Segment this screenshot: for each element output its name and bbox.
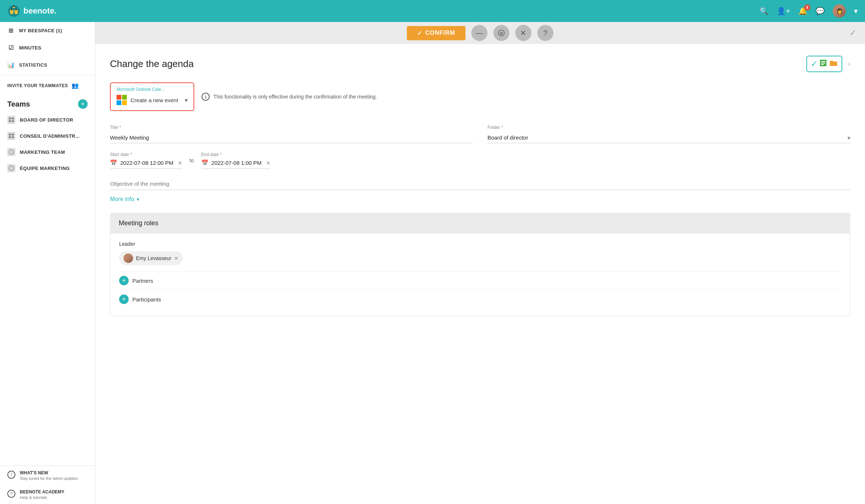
sidebar-divider-1 (0, 75, 95, 75)
toolbar-check-icon[interactable]: ✓ (850, 28, 856, 38)
calendar-block: Microsoft Outlook Cale... Create a new e… (110, 82, 194, 111)
logo-text: beenote. (23, 6, 56, 16)
start-date-value: 2022-07-08 12:00 PM (120, 160, 173, 166)
calendar-dropdown-icon[interactable]: ▾ (185, 97, 188, 104)
dates-row: Start date * 📅 2022-07-08 12:00 PM ✕ to … (110, 152, 850, 169)
partners-label: Partners (132, 278, 153, 284)
teams-label: Teams (7, 100, 30, 108)
svg-rect-13 (9, 136, 11, 138)
sidebar-item-minutes[interactable]: ☑ MINUTES (0, 39, 95, 56)
sidebar-team-marketing[interactable]: MARKETING TEAM (0, 144, 95, 160)
calendar-action-text: Create a new event (130, 97, 178, 103)
avatar[interactable]: 👩 (833, 4, 846, 18)
svg-rect-21 (821, 63, 825, 63)
svg-rect-10 (12, 120, 14, 122)
share-circle-button[interactable]: ⊗ (493, 25, 509, 41)
add-person-icon: 👥 (71, 82, 79, 89)
leader-chip: Emy Levasseur ✕ (119, 251, 183, 265)
leader-label: Leader (119, 241, 841, 247)
notification-badge: 8 (804, 4, 810, 11)
add-partners-icon: + (119, 276, 129, 285)
folder-label: Folder * (487, 125, 850, 130)
bar-chart-icon: 📊 (7, 62, 15, 68)
topnav-right: 🔍 👤+ 🔔 8 💬 👩 ▾ (759, 4, 858, 18)
svg-rect-22 (821, 64, 824, 65)
team-icon-board (7, 116, 15, 124)
sidebar-item-mybeespace[interactable]: ⊞ MY BEESPACE (1) (0, 22, 95, 39)
user-menu-chevron[interactable]: ▾ (854, 7, 858, 15)
sidebar-team-conseil[interactable]: CONSEIL D'ADMINISTR... (0, 128, 95, 144)
objective-group (110, 178, 850, 190)
header-check-icon[interactable]: ✓ (811, 59, 817, 69)
calendar-label: Microsoft Outlook Cale... (117, 87, 188, 92)
close-circle-button[interactable]: ✕ (515, 25, 531, 41)
add-team-button[interactable]: + (78, 99, 88, 109)
roles-content: Leader Emy Levasseur ✕ + Partners + Part… (110, 234, 850, 316)
sidebar-beenote-academy[interactable]: ? BEENOTE ACADEMY Help & tutorials (0, 485, 95, 504)
svg-point-15 (9, 150, 14, 154)
title-folder-row: Title * Folder * Board of director ▾ (110, 125, 850, 143)
team-icon-equipe (7, 164, 15, 172)
sidebar-invite-teammates[interactable]: INVITE YOUR TEAMMATES 👥 (0, 77, 95, 94)
team-icon-conseil (7, 132, 15, 140)
meeting-roles-section: Meeting roles (110, 213, 850, 234)
header-folder-icon[interactable] (829, 59, 838, 69)
toolbar: ✓ CONFIRM — ⊗ ✕ ? ✓ (95, 22, 865, 44)
notifications-icon[interactable]: 🔔 8 (798, 7, 807, 15)
header-book-icon[interactable] (819, 59, 828, 69)
folder-select[interactable]: Board of director (487, 132, 850, 143)
svg-rect-11 (9, 134, 11, 136)
ms-logo (117, 95, 127, 105)
info-row: i This functionality is only effective d… (202, 93, 377, 101)
objective-input[interactable] (110, 178, 850, 190)
logo[interactable]: beenote. (7, 4, 56, 18)
main: ✓ CONFIRM — ⊗ ✕ ? ✓ Change the agenda ✓ (95, 22, 865, 504)
messages-icon[interactable]: 💬 (816, 7, 825, 15)
search-icon[interactable]: 🔍 (759, 7, 769, 15)
folder-select-wrapper: Board of director ▾ (487, 132, 850, 143)
more-info-row[interactable]: More info ▾ (110, 196, 850, 203)
end-date-clear-icon[interactable]: ✕ (266, 160, 270, 166)
page-title: Change the agenda (110, 58, 194, 70)
svg-point-6 (13, 5, 15, 7)
add-participants-row[interactable]: + Participants (119, 290, 841, 308)
content: Change the agenda ✓ › (95, 44, 865, 504)
participants-label: Participants (132, 296, 161, 303)
svg-text:⊗: ⊗ (500, 31, 503, 36)
start-date-label: Start date * (110, 152, 182, 157)
end-date-input-row: 📅 2022-07-08 1:00 PM ✕ (201, 159, 270, 169)
leader-remove-icon[interactable]: ✕ (174, 255, 178, 261)
title-input[interactable] (110, 132, 473, 143)
sidebar-team-equipe-marketing[interactable]: ÉQUIPE MARKETING (0, 160, 95, 176)
title-label: Title * (110, 125, 473, 130)
sidebar-bottom: ! WHAT'S NEW Stay tuned for the latest u… (0, 466, 95, 504)
svg-point-4 (15, 9, 17, 10)
menu-circle-button[interactable]: — (471, 25, 487, 41)
help-circle-button[interactable]: ? (537, 25, 553, 41)
confirm-button[interactable]: ✓ CONFIRM (407, 26, 465, 40)
end-date-group: End date * 📅 2022-07-08 1:00 PM ✕ (201, 152, 270, 169)
header-chevron-right[interactable]: › (848, 60, 850, 68)
more-info-label: More info (110, 196, 135, 203)
folder-group: Folder * Board of director ▾ (487, 125, 850, 143)
add-user-icon[interactable]: 👤+ (777, 7, 790, 15)
add-partners-row[interactable]: + Partners (119, 271, 841, 290)
academy-icon: ? (7, 490, 15, 498)
confirm-check-icon: ✓ (417, 30, 422, 37)
title-group: Title * (110, 125, 473, 143)
svg-rect-7 (9, 118, 11, 119)
page-header: Change the agenda ✓ › (110, 56, 850, 72)
info-text: This functionality is only effective dur… (213, 94, 377, 100)
svg-rect-20 (821, 61, 825, 62)
svg-rect-9 (9, 120, 11, 122)
sidebar-item-statistics[interactable]: 📊 STATISTICS (0, 56, 95, 74)
start-date-clear-icon[interactable]: ✕ (178, 160, 182, 166)
sidebar-whats-new[interactable]: ! WHAT'S NEW Stay tuned for the latest u… (0, 466, 95, 485)
sidebar-team-board-of-director[interactable]: BOARD OF DIRECTOR (0, 112, 95, 128)
info-icon: i (202, 93, 210, 101)
svg-rect-8 (12, 118, 14, 119)
end-date-calendar-icon: 📅 (201, 159, 209, 166)
svg-rect-14 (12, 136, 14, 138)
calendar-row: Create a new event ▾ (117, 95, 188, 105)
meeting-roles-title: Meeting roles (119, 219, 842, 227)
